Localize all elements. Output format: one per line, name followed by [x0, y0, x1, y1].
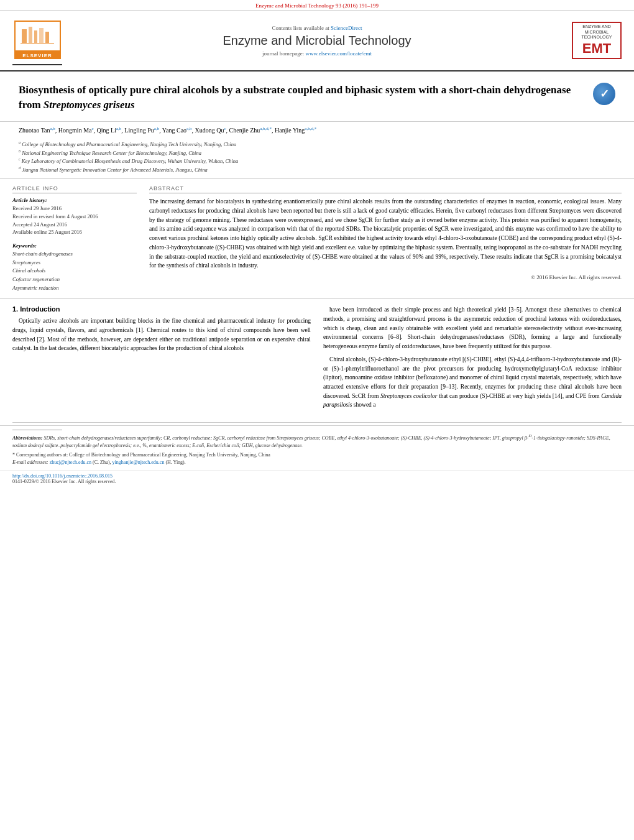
- svg-rect-4: [45, 32, 49, 43]
- article-info-column: ARTICLE INFO Article history: Received 2…: [12, 185, 137, 292]
- article-info-abstract: ARTICLE INFO Article history: Received 2…: [0, 179, 634, 299]
- elsevier-brand: ELSEVIER: [14, 52, 61, 59]
- keywords-block: Keywords: Short-chain dehydrogenases Str…: [12, 242, 137, 292]
- doi-link[interactable]: http://dx.doi.org/10.1016/j.enzmictec.20…: [12, 473, 622, 479]
- bottom-bar: http://dx.doi.org/10.1016/j.enzmictec.20…: [0, 470, 634, 487]
- abstract-text: The increasing demand for biocatalysts i…: [149, 197, 622, 270]
- abbreviations-footnote: Abbreviations: SDRs, short-chain dehydro…: [12, 433, 622, 450]
- svg-rect-1: [29, 27, 32, 43]
- affiliations-section: a College of Biotechnology and Pharmaceu…: [0, 137, 634, 179]
- available-date: Available online 25 August 2016: [12, 228, 137, 236]
- citation-text: Enzyme and Microbial Technology 93 (2016…: [255, 2, 379, 9]
- issn-text: 0141-0229/© 2016 Elsevier Inc. All right…: [12, 479, 622, 484]
- authors-section: Zhuotao Tana,b, Hongmin Mac, Qing Lia,b,…: [0, 122, 634, 137]
- keyword-3: Chiral alcohols: [12, 267, 137, 275]
- affiliation-d: d Jiangsu National Synergetic Innovation…: [19, 165, 615, 174]
- article-title-text: Biosynthesis of optically pure chiral al…: [19, 83, 593, 115]
- svg-rect-2: [34, 30, 37, 43]
- abstract-copyright: © 2016 Elsevier Inc. All rights reserved…: [149, 274, 622, 280]
- sciencedirect-link[interactable]: ScienceDirect: [331, 25, 362, 31]
- accepted-date: Accepted 24 August 2016: [12, 221, 137, 229]
- abstract-column: ABSTRACT The increasing demand for bioca…: [149, 185, 622, 292]
- italic-species: Streptomyces griseus: [44, 99, 135, 111]
- article-history-label: Article history:: [12, 197, 137, 203]
- homepage-link[interactable]: www.elsevier.com/locate/emt: [306, 50, 372, 57]
- body-left-column: 1. Introduction Optically active alcohol…: [12, 305, 311, 413]
- keyword-5: Asymmetric reduction: [12, 284, 137, 293]
- body-right-column: have been introduced as their simple pro…: [323, 305, 622, 413]
- journal-citation: Enzyme and Microbial Technology 93 (2016…: [0, 0, 634, 11]
- emt-logo: ENZYME ANDMICROBIALTECHNOLOGY EMT: [572, 22, 622, 59]
- affiliation-a: a College of Biotechnology and Pharmaceu…: [19, 140, 615, 149]
- elsevier-box: [14, 21, 61, 52]
- emt-abbrev: EMT: [582, 40, 611, 57]
- article-title-section: Biosynthesis of optically pure chiral al…: [0, 72, 634, 122]
- article-main-title: Biosynthesis of optically pure chiral al…: [19, 83, 581, 113]
- email-link-zhu[interactable]: zhucj@njtech.edu.cn: [50, 459, 91, 465]
- contents-available: Contents lists available at ScienceDirec…: [75, 25, 559, 31]
- svg-rect-3: [39, 28, 44, 43]
- footnote-rule: [12, 430, 62, 430]
- intro-paragraph-3: Chiral alcohols, (S)-4-chloro-3-hydroxyb…: [323, 355, 622, 410]
- crossmark-logo: ✓: [593, 83, 615, 105]
- email-link-ying[interactable]: yinghanjie@njtech.edu.cn: [113, 459, 165, 465]
- email-footnote: E-mail addresses: zhucj@njtech.edu.cn (C…: [12, 459, 622, 466]
- article-info-header: ARTICLE INFO: [12, 185, 137, 193]
- keyword-2: Streptomyces: [12, 259, 137, 267]
- corresponding-footnote: * Corresponding authors at: College of B…: [12, 451, 622, 459]
- journal-title: Enzyme and Microbial Technology: [75, 34, 559, 48]
- keyword-4: Cofactor regeneration: [12, 275, 137, 284]
- footnote-divider: [12, 422, 622, 423]
- emt-subtitle: ENZYME ANDMICROBIALTECHNOLOGY: [581, 24, 612, 40]
- journal-header: ELSEVIER Contents lists available at Sci…: [0, 11, 634, 72]
- keyword-1: Short-chain dehydrogenases: [12, 250, 137, 259]
- footnotes-section: Abbreviations: SDRs, short-chain dehydro…: [0, 425, 634, 470]
- elsevier-logo: ELSEVIER: [12, 16, 62, 65]
- received-revised-date: Received in revised form 4 August 2016: [12, 213, 137, 221]
- received-date: Received 29 June 2016: [12, 205, 137, 213]
- body-content: 1. Introduction Optically active alcohol…: [0, 299, 634, 420]
- intro-paragraph-2: have been introduced as their simple pro…: [323, 305, 622, 351]
- intro-section-title: 1. Introduction: [12, 305, 311, 313]
- abstract-header: ABSTRACT: [149, 185, 622, 193]
- svg-rect-0: [22, 29, 27, 43]
- affiliation-b: b National Engineering Technique Researc…: [19, 149, 615, 157]
- journal-homepage: journal homepage: www.elsevier.com/locat…: [75, 50, 559, 57]
- affiliation-c: c Key Laboratory of Combinatorial Biosyn…: [19, 157, 615, 165]
- journal-center: Contents lists available at ScienceDirec…: [62, 25, 572, 57]
- keywords-label: Keywords:: [12, 242, 137, 249]
- intro-paragraph-1: Optically active alcohols are important …: [12, 316, 311, 353]
- article-history-block: Article history: Received 29 June 2016 R…: [12, 197, 137, 236]
- authors-line: Zhuotao Tana,b, Hongmin Mac, Qing Lia,b,…: [19, 126, 615, 135]
